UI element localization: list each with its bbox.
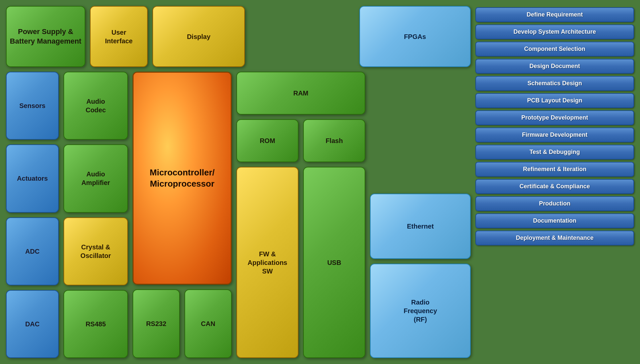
sidebar-btn-define-requirement[interactable]: Define Requirement <box>475 7 634 22</box>
ram-block: RAM <box>236 72 365 115</box>
flash-block: Flash <box>303 119 365 162</box>
usb-block: USB <box>303 167 365 358</box>
adc-block: ADC <box>6 217 59 285</box>
rs485-block: RS485 <box>63 290 128 358</box>
audio-codec-block: AudioCodec <box>63 72 128 140</box>
sensors-block: Sensors <box>6 72 59 140</box>
sidebar-btn-prototype[interactable]: Prototype Development <box>475 110 634 125</box>
sidebar-btn-design-document[interactable]: Design Document <box>475 59 634 74</box>
micro-col: Microcontroller/Microprocessor RS232 CAN <box>133 72 232 358</box>
right-col: Ethernet RadioFrequency(RF) <box>370 72 471 358</box>
sidebar-btn-component-selection[interactable]: Component Selection <box>475 42 634 56</box>
sidebar-btn-certificate[interactable]: Certificate & Compliance <box>475 179 634 194</box>
radio-frequency-block: RadioFrequency(RF) <box>370 264 471 358</box>
main-rows: Sensors Actuators ADC DAC AudioCodec Aud… <box>6 72 471 358</box>
sidebar-btn-deployment[interactable]: Deployment & Maintenance <box>475 231 634 245</box>
actuators-block: Actuators <box>6 144 59 212</box>
mid-right-col: RAM ROM Flash FW &ApplicationsSW USB <box>236 72 365 358</box>
diagram-area: Power Supply &Battery Management UserInt… <box>6 6 471 358</box>
main-container: Power Supply &Battery Management UserInt… <box>0 0 640 364</box>
sidebar-btn-production[interactable]: Production <box>475 196 634 211</box>
sidebar-btn-pcb-layout[interactable]: PCB Layout Design <box>475 93 634 108</box>
spacer1 <box>250 6 355 67</box>
sidebar-btn-refinement[interactable]: Refinement & Iteration <box>475 162 634 177</box>
sidebar-btn-test-debugging[interactable]: Test & Debugging <box>475 145 634 160</box>
user-interface-block: UserInterface <box>90 6 148 67</box>
rom-block: ROM <box>236 119 299 162</box>
spacer-right <box>370 72 471 189</box>
rs232-block: RS232 <box>133 289 180 358</box>
sidebar: Define Requirement Develop System Archit… <box>475 6 634 358</box>
dac-block: DAC <box>6 290 59 358</box>
fpgas-block: FPGAs <box>359 6 471 67</box>
crystal-oscillator-block: Crystal &Oscillator <box>63 217 128 285</box>
power-supply-block: Power Supply &Battery Management <box>6 6 85 67</box>
sidebar-btn-documentation[interactable]: Documentation <box>475 213 634 228</box>
mid-left-col: AudioCodec AudioAmplifier Crystal &Oscil… <box>63 72 128 358</box>
rom-flash-row: ROM Flash <box>236 119 365 162</box>
display-block: Display <box>152 6 245 67</box>
bottom-mid: RS232 CAN <box>133 289 232 358</box>
left-col: Sensors Actuators ADC DAC <box>6 72 59 358</box>
sidebar-btn-firmware[interactable]: Firmware Development <box>475 127 634 142</box>
fw-applications-block: FW &ApplicationsSW <box>236 167 299 358</box>
can-block: CAN <box>184 289 232 358</box>
ethernet-block: Ethernet <box>370 194 471 259</box>
microcontroller-block: Microcontroller/Microprocessor <box>133 72 232 285</box>
audio-amplifier-block: AudioAmplifier <box>63 144 128 212</box>
sidebar-btn-develop-system[interactable]: Develop System Architecture <box>475 24 634 39</box>
row1: Power Supply &Battery Management UserInt… <box>6 6 471 67</box>
sidebar-btn-schematics-design[interactable]: Schematics Design <box>475 76 634 91</box>
fw-usb-row: FW &ApplicationsSW USB <box>236 167 365 358</box>
